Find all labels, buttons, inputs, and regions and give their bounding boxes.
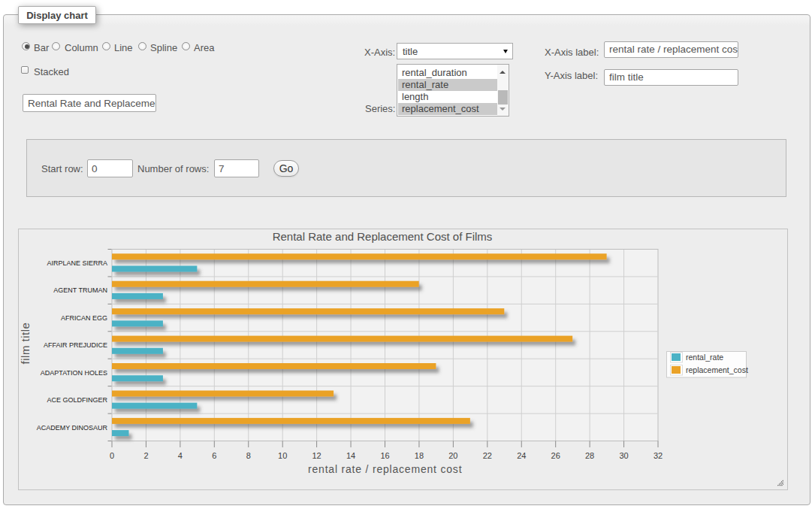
svg-text:replacement_cost: replacement_cost xyxy=(686,365,748,374)
svg-text:22: 22 xyxy=(483,451,492,460)
svg-text:14: 14 xyxy=(346,451,355,460)
svg-text:4: 4 xyxy=(178,451,183,460)
svg-text:ACADEMY DINOSAUR: ACADEMY DINOSAUR xyxy=(37,424,108,432)
svg-text:24: 24 xyxy=(517,451,526,460)
svg-text:ADAPTATION HOLES: ADAPTATION HOLES xyxy=(41,369,107,377)
svg-text:2: 2 xyxy=(143,451,148,460)
svg-text:0: 0 xyxy=(110,451,114,460)
svg-text:AIRPLANE SIERRA: AIRPLANE SIERRA xyxy=(47,259,107,267)
svg-text:ACE GOLDFINGER: ACE GOLDFINGER xyxy=(47,396,107,404)
svg-text:30: 30 xyxy=(619,451,628,460)
svg-text:film title: film title xyxy=(19,323,32,365)
svg-text:6: 6 xyxy=(212,451,216,460)
svg-text:10: 10 xyxy=(278,451,287,460)
svg-text:18: 18 xyxy=(415,451,424,460)
svg-text:20: 20 xyxy=(448,451,457,460)
svg-text:26: 26 xyxy=(551,451,560,460)
svg-text:rental rate / replacement cost: rental rate / replacement cost xyxy=(308,463,462,475)
svg-text:AFRICAN EGG: AFRICAN EGG xyxy=(61,314,107,322)
svg-text:rental_rate: rental_rate xyxy=(686,353,723,362)
svg-text:AFFAIR PREJUDICE: AFFAIR PREJUDICE xyxy=(44,341,107,349)
svg-text:12: 12 xyxy=(312,451,321,460)
svg-text:8: 8 xyxy=(246,451,251,460)
svg-text:AGENT TRUMAN: AGENT TRUMAN xyxy=(53,286,107,294)
svg-text:Rental Rate and Replacement Co: Rental Rate and Replacement Cost of Film… xyxy=(273,230,493,243)
svg-text:28: 28 xyxy=(585,451,594,460)
svg-text:32: 32 xyxy=(654,451,663,460)
svg-text:16: 16 xyxy=(380,451,389,460)
